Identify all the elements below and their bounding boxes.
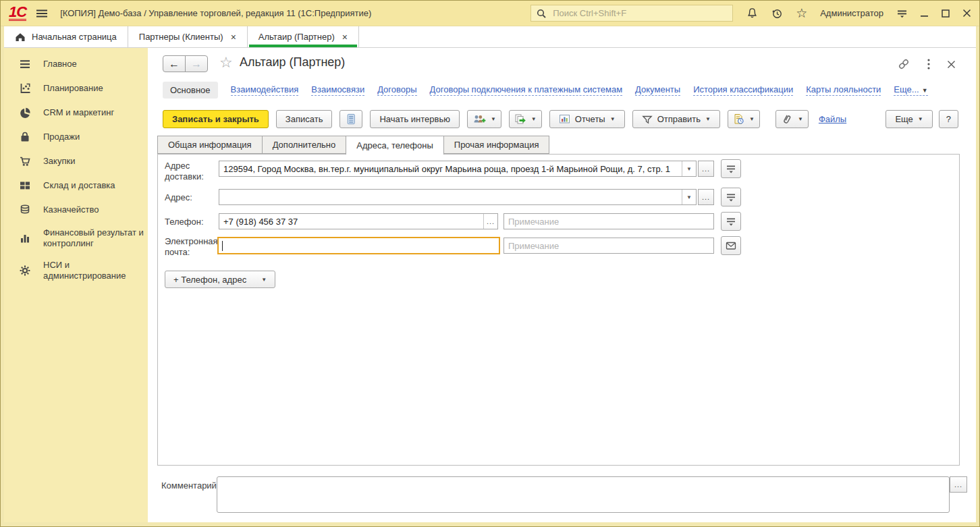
chevron-down-icon: ▼ (491, 116, 496, 122)
chevron-down-icon: ▼ (918, 116, 923, 122)
form-tab-general[interactable]: Общая информация (157, 136, 263, 154)
bar-chart-icon (18, 231, 32, 245)
back-button[interactable]: ← (163, 55, 186, 72)
note-lines-icon (725, 216, 737, 227)
navlink-classification[interactable]: История классификации (693, 84, 793, 96)
sidebar-item-planning[interactable]: Планирование (4, 76, 148, 101)
favorite-star-icon[interactable]: ☆ (219, 54, 233, 72)
forward-button[interactable]: → (185, 55, 208, 72)
navlink-main[interactable]: Основное (163, 82, 218, 99)
add-phone-address-button[interactable]: + Телефон, адрес ▼ (165, 271, 275, 288)
tasks-button[interactable]: ▼ (728, 110, 760, 128)
tab-home[interactable]: Начальная страница (4, 26, 128, 47)
main-menu-button[interactable] (36, 8, 48, 19)
page-title: Альтаир (Партнер) (240, 55, 345, 70)
address-choose-button[interactable]: ... (698, 189, 714, 205)
navlink-documents[interactable]: Документы (635, 84, 680, 96)
close-tab-icon[interactable]: × (231, 32, 236, 43)
navlink-loyalty-cards[interactable]: Карты лояльности (806, 84, 881, 96)
phone-note-field (503, 213, 714, 229)
write-email-button[interactable] (721, 236, 741, 255)
app-window: 1С [КОПИЯ] Демо-база / Управление торгов… (0, 0, 980, 527)
coins-icon (18, 203, 32, 217)
files-link[interactable]: Файлы (819, 114, 846, 124)
phone-comment-button[interactable] (721, 212, 741, 231)
close-icon (962, 9, 971, 18)
address-input[interactable] (219, 190, 682, 204)
save-button[interactable]: Записать (276, 110, 333, 128)
comment-expand-button[interactable]: ... (950, 476, 967, 493)
sidebar-item-label: Финансовый результат и контроллинг (43, 227, 144, 249)
chevron-down-icon: ▼ (686, 194, 692, 200)
delivery-address-choose-button[interactable]: ... (698, 161, 714, 177)
current-user-label[interactable]: Администратор (820, 8, 883, 18)
phone-note-input[interactable] (504, 214, 713, 229)
sidebar-item-warehouse[interactable]: Склад и доставка (4, 173, 148, 198)
sidebar-item-main[interactable]: Главное (4, 52, 148, 76)
comment-textarea[interactable] (217, 476, 950, 513)
search-input[interactable] (551, 7, 728, 19)
favorites-button[interactable]: ☆ (796, 5, 807, 21)
send-button[interactable]: Отправить ▼ (632, 110, 720, 128)
related-links-bar: Основное Взаимодействия Взаимосвязи Дого… (163, 82, 952, 99)
tab-partners[interactable]: Партнеры (Клиенты) × (128, 26, 248, 47)
copy-create-button[interactable]: ▼ (509, 110, 542, 128)
email-input[interactable] (223, 238, 499, 253)
delivery-address-input[interactable] (219, 161, 682, 176)
get-link-button[interactable] (897, 57, 910, 71)
navlink-relations[interactable]: Взаимосвязи (311, 84, 364, 96)
more-menu-button[interactable] (927, 59, 930, 70)
delivery-address-comment-button[interactable] (721, 159, 741, 178)
save-close-button[interactable]: Записать и закрыть (163, 110, 269, 128)
sidebar-item-admin[interactable]: НСИ и администрирование (4, 254, 148, 287)
navlink-contracts[interactable]: Договоры (377, 84, 416, 96)
close-window-button[interactable] (962, 9, 971, 18)
add-contact-button[interactable]: ▼ (467, 110, 501, 128)
maximize-icon (942, 9, 950, 18)
address-comment-button[interactable] (721, 188, 741, 206)
navlink-payment-contracts[interactable]: Договоры подключения к платежным система… (430, 84, 623, 96)
chevron-down-icon: ▼ (922, 87, 928, 94)
email-note-field (503, 238, 714, 254)
notifications-button[interactable] (746, 7, 758, 19)
history-button[interactable] (771, 7, 783, 20)
chevron-down-icon: ▼ (531, 116, 537, 122)
service-menu-button[interactable] (896, 8, 908, 19)
bell-icon (746, 7, 758, 19)
phone-choose-button[interactable]: ... (483, 214, 497, 229)
card-file-button[interactable] (339, 110, 362, 128)
more-button[interactable]: Еще ▼ (886, 110, 932, 128)
stack-icon (345, 113, 357, 126)
close-form-button[interactable] (947, 60, 956, 69)
sidebar-item-finance[interactable]: Финансовый результат и контроллинг (4, 222, 148, 254)
chevron-down-icon: ▼ (798, 116, 803, 122)
form-tab-addresses[interactable]: Адреса, телефоны (346, 136, 444, 155)
close-icon (947, 60, 956, 69)
dropdown-arrow-button[interactable]: ▼ (682, 190, 696, 204)
form-tab-additional[interactable]: Дополнительно (262, 136, 347, 154)
navlink-more-label: Еще... (894, 84, 919, 94)
email-note-input[interactable] (504, 238, 713, 253)
tab-altair[interactable]: Альтаир (Партнер) × (248, 26, 359, 47)
navlink-more[interactable]: Еще...▼ (894, 84, 927, 96)
global-search[interactable] (530, 5, 733, 22)
reports-button[interactable]: Отчеты ▼ (549, 110, 625, 128)
close-tab-icon[interactable]: × (342, 32, 348, 43)
help-button[interactable]: ? (939, 110, 958, 128)
sidebar-item-treasury[interactable]: Казначейство (4, 198, 148, 222)
start-interview-button[interactable]: Начать интервью (370, 110, 460, 128)
form-tab-other[interactable]: Прочая информация (443, 136, 550, 154)
planning-chart-icon (18, 82, 32, 95)
dropdown-arrow-button[interactable]: ▼ (682, 161, 696, 176)
minimize-button[interactable] (921, 9, 929, 18)
navlink-interactions[interactable]: Взаимодействия (231, 84, 299, 96)
star-icon: ☆ (796, 5, 807, 21)
sidebar-item-sales[interactable]: Продажи (4, 125, 148, 149)
phone-input[interactable] (219, 214, 483, 229)
sidebar-item-purchases[interactable]: Закупки (4, 149, 148, 173)
menu-arrow-icon (896, 8, 908, 19)
attachments-button[interactable]: ▼ (775, 110, 809, 128)
sidebar-item-crm[interactable]: CRM и маркетинг (4, 101, 148, 125)
address-field: ▼ (219, 189, 697, 205)
maximize-button[interactable] (942, 9, 950, 18)
